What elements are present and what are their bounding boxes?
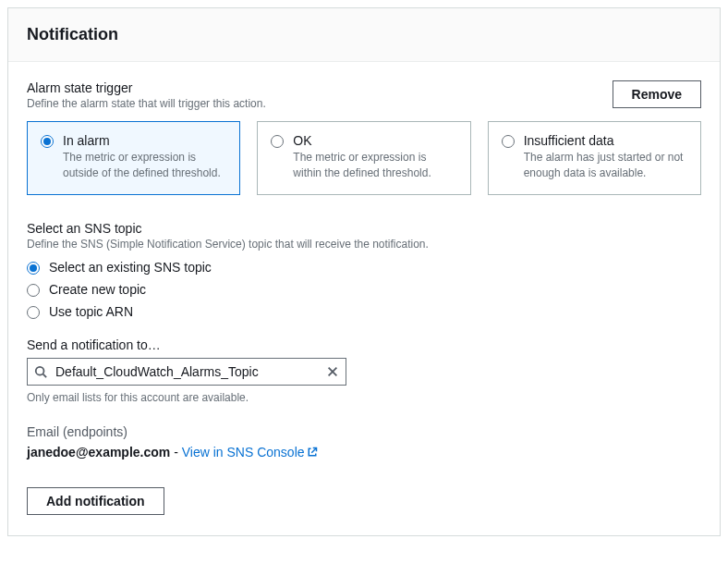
trigger-option-desc: The alarm has just started or not enough… [524, 150, 687, 181]
trigger-option-ok[interactable]: OK The metric or expression is within th… [257, 121, 470, 195]
radio-icon [41, 135, 54, 148]
send-to-help: Only email lists for this account are av… [27, 391, 701, 404]
sns-option-arn[interactable]: Use topic ARN [27, 304, 701, 319]
sns-option-existing[interactable]: Select an existing SNS topic [27, 260, 701, 275]
radio-icon [502, 135, 515, 148]
send-to-section: Send a notification to… Only email lists… [27, 337, 701, 404]
add-notification-wrap: Add notification [27, 487, 701, 515]
trigger-title: Alarm state trigger [27, 80, 266, 95]
trigger-options: In alarm The metric or expression is out… [27, 121, 701, 195]
sns-option-create[interactable]: Create new topic [27, 282, 701, 297]
svg-line-1 [43, 374, 47, 377]
radio-icon [27, 262, 40, 275]
sns-option-label: Use topic ARN [49, 304, 133, 319]
view-sns-console-link[interactable]: View in SNS Console [182, 445, 318, 460]
notification-panel: Notification Alarm state trigger Define … [7, 7, 721, 536]
trigger-option-title: OK [293, 133, 456, 148]
sns-desc: Define the SNS (Simple Notification Serv… [27, 238, 701, 251]
trigger-option-title: Insufficient data [524, 133, 687, 148]
add-notification-button[interactable]: Add notification [27, 487, 164, 515]
panel-header: Notification [8, 8, 720, 62]
trigger-option-in-alarm[interactable]: In alarm The metric or expression is out… [27, 121, 240, 195]
sns-option-label: Select an existing SNS topic [49, 260, 212, 275]
trigger-option-insufficient-data[interactable]: Insufficient data The alarm has just sta… [488, 121, 701, 195]
svg-point-0 [36, 366, 44, 374]
radio-icon [27, 306, 40, 319]
radio-icon [27, 284, 40, 297]
external-link-icon [307, 447, 318, 458]
clear-icon[interactable] [326, 365, 339, 378]
email-section: Email (endpoints) janedoe@example.com - … [27, 424, 701, 460]
sns-title: Select an SNS topic [27, 221, 701, 236]
sns-option-label: Create new topic [49, 282, 146, 297]
trigger-option-desc: The metric or expression is outside of t… [63, 150, 226, 181]
send-to-input[interactable] [27, 358, 346, 386]
trigger-option-title: In alarm [63, 133, 226, 148]
link-text: View in SNS Console [182, 445, 305, 460]
send-to-label: Send a notification to… [27, 337, 701, 352]
sns-section: Select an SNS topic Define the SNS (Simp… [27, 221, 701, 319]
email-dash: - [170, 445, 181, 460]
email-value-row: janedoe@example.com - View in SNS Consol… [27, 445, 701, 460]
panel-body: Alarm state trigger Define the alarm sta… [8, 62, 720, 535]
trigger-header-text: Alarm state trigger Define the alarm sta… [27, 80, 266, 110]
trigger-header-row: Alarm state trigger Define the alarm sta… [27, 80, 701, 110]
sns-options: Select an existing SNS topic Create new … [27, 260, 701, 319]
email-address: janedoe@example.com [27, 445, 170, 460]
trigger-desc: Define the alarm state that will trigger… [27, 97, 266, 110]
radio-icon [271, 135, 284, 148]
search-icon [34, 365, 47, 378]
email-label: Email (endpoints) [27, 424, 701, 439]
svg-line-4 [311, 447, 316, 452]
panel-title: Notification [27, 25, 701, 44]
remove-button[interactable]: Remove [613, 80, 701, 108]
trigger-option-desc: The metric or expression is within the d… [293, 150, 456, 181]
send-to-input-wrapper [27, 358, 346, 386]
